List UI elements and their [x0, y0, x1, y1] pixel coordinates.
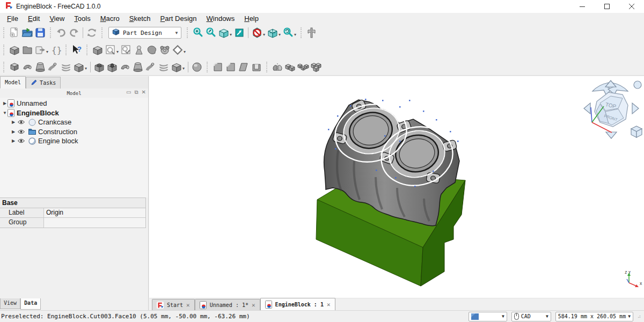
- chevron-down-icon[interactable]: ▾: [46, 49, 48, 54]
- toolbar-grip[interactable]: [3, 27, 6, 38]
- close-button[interactable]: [619, 0, 644, 13]
- subtractive-pipe-button[interactable]: [144, 60, 157, 74]
- expand-arrow-icon[interactable]: ▼: [2, 111, 8, 115]
- tree-item-crankcase[interactable]: ▶Crankcase: [0, 118, 148, 127]
- validate-sketch-button[interactable]: ▾: [171, 43, 187, 57]
- refresh-button[interactable]: [85, 26, 98, 40]
- tree-item-unnamed[interactable]: ▶Unnamed: [0, 99, 148, 108]
- pad-button[interactable]: [8, 60, 21, 74]
- view-cube-button[interactable]: ▾: [266, 26, 282, 40]
- create-sketch-button[interactable]: ▾: [104, 43, 120, 57]
- minimize-button[interactable]: [570, 0, 595, 13]
- zoom-tools-button[interactable]: ▾: [282, 26, 297, 40]
- menu-item-part-design[interactable]: Part Design: [156, 13, 202, 24]
- subtractive-primitive-button[interactable]: ▾: [170, 60, 186, 74]
- mdi-tab-start[interactable]: Start✕: [152, 299, 195, 310]
- chevron-down-icon[interactable]: ▾: [263, 32, 265, 37]
- expand-arrow-icon[interactable]: ▶: [11, 129, 16, 134]
- property-value[interactable]: [44, 218, 145, 228]
- chevron-down-icon[interactable]: ▾: [184, 49, 186, 54]
- dimension-dropdown[interactable]: 584.19 mm x 260.05 mm ▼: [555, 312, 633, 321]
- menu-item-edit[interactable]: Edit: [23, 13, 45, 24]
- close-icon[interactable]: ✕: [252, 302, 255, 309]
- clone-button[interactable]: [158, 43, 171, 57]
- groove-button[interactable]: [119, 60, 131, 74]
- resize-grip[interactable]: ⣠: [638, 312, 643, 321]
- redo-button[interactable]: [68, 26, 80, 40]
- fit-selection-button[interactable]: [204, 26, 217, 40]
- workbench-selector[interactable]: Part Design▼: [108, 27, 181, 39]
- fillet-button[interactable]: [211, 60, 224, 74]
- toolbar-grip[interactable]: [65, 45, 68, 55]
- create-body-button[interactable]: [91, 43, 104, 57]
- link-make-button[interactable]: ▾: [34, 43, 49, 57]
- measure-button[interactable]: [305, 26, 318, 40]
- additive-helix-button[interactable]: [60, 60, 72, 74]
- menu-item-windows[interactable]: Windows: [202, 13, 240, 24]
- expression-button[interactable]: {}: [49, 43, 62, 57]
- toolbar-grip[interactable]: [3, 45, 6, 55]
- open-document-button[interactable]: [21, 26, 34, 40]
- 3d-viewport[interactable]: TOP FRONT Z Y X: [149, 76, 644, 298]
- expand-arrow-icon[interactable]: ▶: [11, 120, 16, 125]
- dock-tab-model[interactable]: Model: [0, 76, 26, 89]
- menu-item-macro[interactable]: Macro: [96, 13, 125, 24]
- whats-this-button[interactable]: ?: [70, 43, 83, 57]
- edit-sketch-button[interactable]: [120, 43, 133, 57]
- chevron-down-icon[interactable]: ▾: [116, 49, 119, 54]
- toolbar-grip[interactable]: [266, 62, 269, 72]
- clipping-button[interactable]: ▾: [251, 26, 266, 40]
- draft-button[interactable]: [237, 60, 250, 74]
- toolbar-grip[interactable]: [101, 27, 104, 38]
- part-button[interactable]: [8, 43, 21, 57]
- toolbar-grip[interactable]: [86, 45, 89, 55]
- toolbar-grip[interactable]: [50, 27, 53, 38]
- chevron-down-icon[interactable]: ▾: [182, 66, 185, 71]
- axonometric-view-button[interactable]: ▾: [217, 26, 233, 40]
- menu-item-tools[interactable]: Tools: [69, 13, 95, 24]
- subtractive-loft-button[interactable]: [131, 60, 144, 74]
- mdi-tab-unnamed-1-[interactable]: Unnamed : 1*✕: [195, 299, 260, 310]
- chamfer-button[interactable]: [224, 60, 237, 74]
- mirrored-button[interactable]: [271, 60, 284, 74]
- chevron-down-icon[interactable]: ▾: [85, 66, 87, 71]
- sync-view-button[interactable]: [233, 26, 246, 40]
- subtractive-helix-button[interactable]: [157, 60, 170, 74]
- hole-button[interactable]: [106, 60, 119, 74]
- shape-binder-button[interactable]: [145, 43, 158, 57]
- polar-pattern-button[interactable]: [297, 60, 310, 74]
- datum-button[interactable]: [133, 43, 145, 57]
- toolbar-grip[interactable]: [207, 62, 209, 72]
- chevron-down-icon[interactable]: ▾: [294, 32, 296, 37]
- toolbar-grip[interactable]: [301, 27, 303, 38]
- panel-tab-view[interactable]: View: [0, 298, 20, 309]
- additive-loft-button[interactable]: [34, 60, 47, 74]
- toolbar-grip[interactable]: [187, 27, 189, 38]
- additive-primitive-button[interactable]: ▾: [72, 60, 88, 74]
- linear-pattern-button[interactable]: [284, 60, 297, 74]
- pocket-button[interactable]: [93, 60, 106, 74]
- tree-item-engine-block[interactable]: ▶Engine block: [0, 136, 148, 146]
- chevron-down-icon[interactable]: ▾: [279, 32, 281, 37]
- menu-item-sketch[interactable]: Sketch: [125, 13, 156, 24]
- close-icon[interactable]: ✕: [327, 301, 331, 308]
- fit-all-button[interactable]: [192, 26, 204, 40]
- new-document-button[interactable]: [8, 26, 21, 40]
- panel-tab-data[interactable]: Data: [20, 298, 41, 310]
- additive-pipe-button[interactable]: [47, 60, 60, 74]
- chevron-down-icon[interactable]: ▾: [230, 32, 232, 37]
- panel-float-icon[interactable]: ⧉: [134, 89, 138, 96]
- panel-dock-icon[interactable]: ▭: [126, 89, 131, 96]
- multi-transform-button[interactable]: [310, 60, 323, 74]
- draw-style-dropdown[interactable]: ▼: [469, 312, 507, 321]
- menu-item-view[interactable]: View: [45, 13, 69, 24]
- menu-item-help[interactable]: Help: [239, 13, 264, 24]
- close-icon[interactable]: ✕: [186, 302, 190, 309]
- save-document-button[interactable]: [34, 26, 47, 40]
- maximize-button[interactable]: [595, 0, 619, 13]
- toolbar-grip[interactable]: [3, 62, 6, 72]
- revolution-button[interactable]: [21, 60, 34, 74]
- panel-close-icon[interactable]: ✕: [142, 89, 146, 96]
- thickness-button[interactable]: [250, 60, 263, 74]
- expand-arrow-icon[interactable]: ▶: [11, 138, 16, 143]
